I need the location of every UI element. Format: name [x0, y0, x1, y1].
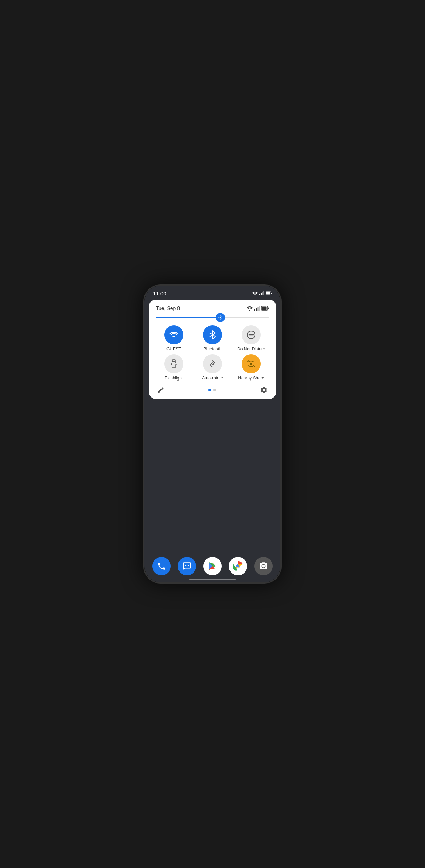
settings-button[interactable] [260, 386, 268, 394]
playstore-icon [208, 561, 217, 571]
dock-playstore-app[interactable] [203, 557, 222, 575]
battery-status-icon [266, 291, 272, 295]
svg-point-28 [250, 363, 252, 365]
status-icons [252, 291, 272, 295]
autorotate-icon [208, 359, 217, 369]
quick-settings-panel: Tue, Sep 8 [149, 300, 276, 399]
chrome-icon [233, 561, 243, 571]
brightness-fill [156, 317, 222, 318]
wifi-qs-icon [246, 306, 253, 311]
svg-point-31 [237, 565, 239, 567]
brightness-sun-icon [218, 315, 223, 320]
svg-point-7 [249, 310, 250, 311]
dock-phone-app[interactable] [152, 557, 171, 575]
page-dots [208, 389, 216, 391]
guest-wifi-icon [169, 331, 179, 339]
qs-date: Tue, Sep 8 [156, 305, 180, 311]
svg-rect-5 [271, 293, 272, 294]
guest-icon-circle [164, 325, 183, 344]
qs-header: Tue, Sep 8 [156, 305, 269, 311]
tile-bluetooth[interactable]: Bluetooth [194, 325, 230, 351]
autorotate-icon-circle [203, 354, 222, 373]
dnd-icon [246, 330, 256, 340]
svg-line-21 [221, 319, 222, 319]
phone-screen: 11:00 [144, 286, 280, 582]
tile-guest[interactable]: GUEST [156, 325, 192, 351]
flashlight-icon-circle [164, 354, 183, 373]
brightness-track [156, 317, 269, 318]
phone-frame: 11:00 [143, 284, 282, 584]
flashlight-icon [170, 359, 178, 369]
svg-point-15 [220, 317, 221, 319]
wifi-status-icon [252, 291, 258, 295]
brightness-row[interactable] [156, 317, 269, 318]
flashlight-label: Flashlight [165, 376, 183, 381]
qs-header-icons [246, 306, 269, 311]
svg-line-23 [219, 319, 219, 319]
status-bar: 11:00 [144, 286, 280, 298]
status-time: 11:00 [153, 291, 166, 297]
quick-tiles-grid: GUEST Bluetooth [156, 325, 269, 381]
page-dot-1 [208, 389, 211, 391]
home-indicator[interactable] [189, 579, 236, 580]
qs-bottom-bar [156, 386, 269, 394]
svg-rect-1 [261, 293, 262, 295]
app-dock [144, 557, 280, 575]
svg-line-20 [219, 316, 219, 316]
svg-rect-10 [257, 307, 259, 311]
svg-rect-9 [256, 308, 257, 311]
messages-icon [182, 562, 192, 571]
bluetooth-icon-circle [203, 325, 222, 344]
edit-button[interactable] [157, 387, 164, 394]
dock-camera-app[interactable] [254, 557, 273, 575]
dock-messages-app[interactable] [178, 557, 196, 575]
home-screen [144, 399, 280, 519]
edit-pencil-icon[interactable] [157, 387, 164, 394]
tile-nearbyshare[interactable]: Nearby Share [233, 354, 269, 381]
svg-rect-3 [264, 291, 264, 295]
dnd-icon-circle [242, 325, 261, 344]
svg-rect-14 [262, 307, 267, 310]
nearbyshare-icon [246, 359, 256, 369]
autorotate-label: Auto-rotate [202, 376, 223, 381]
signal-status-icon [259, 291, 264, 295]
svg-rect-11 [259, 306, 260, 311]
svg-point-32 [262, 565, 265, 568]
nearbyshare-icon-circle [242, 354, 261, 373]
tile-dnd[interactable]: Do Not Disturb [233, 325, 269, 351]
battery-qs-icon [261, 306, 269, 311]
svg-rect-2 [262, 292, 263, 295]
svg-line-22 [221, 316, 222, 316]
dock-chrome-app[interactable] [229, 557, 247, 575]
settings-gear-icon[interactable] [260, 386, 268, 394]
camera-icon [259, 562, 268, 571]
dnd-label: Do Not Disturb [237, 346, 265, 351]
svg-rect-6 [266, 292, 270, 295]
svg-rect-26 [172, 360, 175, 362]
svg-rect-8 [254, 309, 255, 311]
tile-flashlight[interactable]: Flashlight [156, 354, 192, 381]
guest-label: GUEST [166, 346, 181, 351]
brightness-slider[interactable] [156, 317, 269, 318]
brightness-thumb[interactable] [216, 313, 225, 322]
page-dot-2 [213, 389, 216, 391]
bluetooth-label: Bluetooth [204, 346, 222, 351]
phone-icon [157, 562, 166, 571]
svg-rect-13 [268, 308, 269, 309]
svg-rect-0 [259, 294, 260, 295]
nearbyshare-label: Nearby Share [238, 376, 264, 381]
bluetooth-icon [209, 330, 216, 340]
signal-qs-icon [254, 306, 260, 311]
tile-autorotate[interactable]: Auto-rotate [194, 354, 230, 381]
